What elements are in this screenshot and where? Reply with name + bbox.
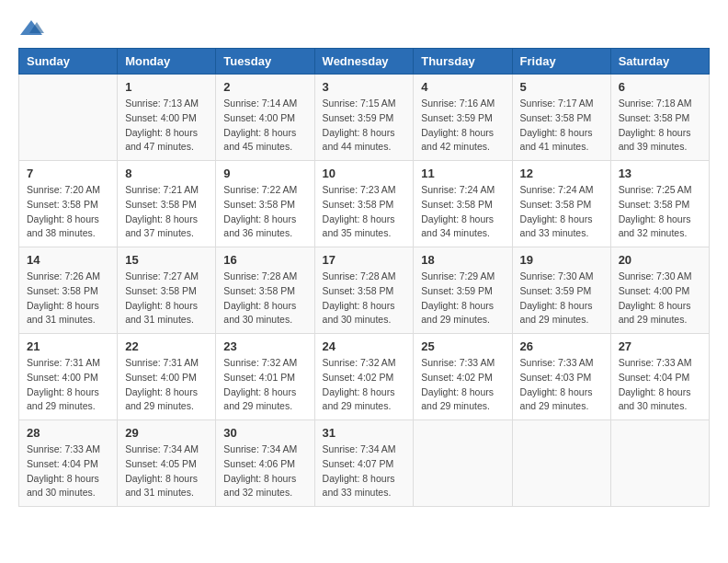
header-row: SundayMondayTuesdayWednesdayThursdayFrid…	[19, 49, 710, 75]
day-cell: 22Sunrise: 7:31 AM Sunset: 4:00 PM Dayli…	[118, 334, 216, 420]
col-header-wednesday: Wednesday	[314, 49, 414, 75]
day-info: Sunrise: 7:15 AM Sunset: 3:59 PM Dayligh…	[323, 97, 406, 155]
day-number: 16	[223, 253, 306, 267]
day-info: Sunrise: 7:16 AM Sunset: 3:59 PM Dayligh…	[421, 97, 504, 155]
page-header	[18, 18, 710, 39]
day-number: 23	[223, 339, 306, 353]
day-info: Sunrise: 7:31 AM Sunset: 4:00 PM Dayligh…	[27, 356, 109, 414]
day-number: 19	[520, 253, 603, 267]
day-number: 25	[421, 339, 504, 353]
week-row-1: 1Sunrise: 7:13 AM Sunset: 4:00 PM Daylig…	[19, 75, 710, 161]
day-cell	[414, 420, 512, 507]
week-row-2: 7Sunrise: 7:20 AM Sunset: 3:58 PM Daylig…	[19, 161, 710, 247]
day-info: Sunrise: 7:20 AM Sunset: 3:58 PM Dayligh…	[27, 183, 109, 241]
day-cell: 28Sunrise: 7:33 AM Sunset: 4:04 PM Dayli…	[19, 420, 118, 507]
day-cell: 26Sunrise: 7:33 AM Sunset: 4:03 PM Dayli…	[512, 334, 610, 420]
day-number: 7	[27, 167, 109, 180]
day-cell: 6Sunrise: 7:18 AM Sunset: 3:58 PM Daylig…	[610, 75, 709, 161]
day-number: 14	[27, 253, 109, 267]
day-number: 6	[619, 80, 701, 94]
day-cell: 19Sunrise: 7:30 AM Sunset: 3:59 PM Dayli…	[512, 247, 610, 334]
day-cell: 27Sunrise: 7:33 AM Sunset: 4:04 PM Dayli…	[610, 334, 709, 420]
day-info: Sunrise: 7:30 AM Sunset: 3:59 PM Dayligh…	[520, 270, 603, 327]
day-info: Sunrise: 7:33 AM Sunset: 4:04 PM Dayligh…	[27, 442, 109, 500]
day-number: 18	[421, 253, 504, 267]
day-info: Sunrise: 7:24 AM Sunset: 3:58 PM Dayligh…	[421, 183, 504, 241]
day-number: 2	[223, 80, 306, 94]
day-info: Sunrise: 7:27 AM Sunset: 3:58 PM Dayligh…	[125, 270, 208, 327]
day-number: 3	[323, 80, 406, 94]
day-info: Sunrise: 7:32 AM Sunset: 4:02 PM Dayligh…	[323, 356, 406, 414]
day-cell: 23Sunrise: 7:32 AM Sunset: 4:01 PM Dayli…	[216, 334, 314, 420]
col-header-thursday: Thursday	[414, 49, 512, 75]
day-info: Sunrise: 7:14 AM Sunset: 4:00 PM Dayligh…	[223, 97, 306, 155]
day-number: 24	[323, 339, 406, 353]
day-info: Sunrise: 7:29 AM Sunset: 3:59 PM Dayligh…	[421, 270, 504, 327]
day-cell: 16Sunrise: 7:28 AM Sunset: 3:58 PM Dayli…	[216, 247, 314, 334]
day-info: Sunrise: 7:24 AM Sunset: 3:58 PM Dayligh…	[520, 183, 603, 241]
day-number: 22	[125, 339, 208, 353]
day-number: 13	[619, 167, 701, 180]
day-cell: 13Sunrise: 7:25 AM Sunset: 3:58 PM Dayli…	[610, 161, 709, 247]
day-cell: 7Sunrise: 7:20 AM Sunset: 3:58 PM Daylig…	[19, 161, 118, 247]
day-info: Sunrise: 7:31 AM Sunset: 4:00 PM Dayligh…	[125, 356, 208, 414]
col-header-friday: Friday	[512, 49, 610, 75]
day-number: 15	[125, 253, 208, 267]
col-header-monday: Monday	[118, 49, 216, 75]
day-info: Sunrise: 7:17 AM Sunset: 3:58 PM Dayligh…	[520, 97, 603, 155]
day-cell: 24Sunrise: 7:32 AM Sunset: 4:02 PM Dayli…	[314, 334, 414, 420]
day-number: 26	[520, 339, 603, 353]
day-number: 11	[421, 167, 504, 180]
day-cell: 4Sunrise: 7:16 AM Sunset: 3:59 PM Daylig…	[414, 75, 512, 161]
calendar-table: SundayMondayTuesdayWednesdayThursdayFrid…	[18, 48, 710, 507]
day-cell: 15Sunrise: 7:27 AM Sunset: 3:58 PM Dayli…	[118, 247, 216, 334]
day-cell: 21Sunrise: 7:31 AM Sunset: 4:00 PM Dayli…	[19, 334, 118, 420]
day-cell: 2Sunrise: 7:14 AM Sunset: 4:00 PM Daylig…	[216, 75, 314, 161]
day-number: 12	[520, 167, 603, 180]
day-info: Sunrise: 7:25 AM Sunset: 3:58 PM Dayligh…	[619, 183, 701, 241]
day-info: Sunrise: 7:34 AM Sunset: 4:05 PM Dayligh…	[125, 442, 208, 500]
day-cell: 5Sunrise: 7:17 AM Sunset: 3:58 PM Daylig…	[512, 75, 610, 161]
week-row-3: 14Sunrise: 7:26 AM Sunset: 3:58 PM Dayli…	[19, 247, 710, 334]
day-cell: 30Sunrise: 7:34 AM Sunset: 4:06 PM Dayli…	[216, 420, 314, 507]
day-number: 27	[619, 339, 701, 353]
day-info: Sunrise: 7:32 AM Sunset: 4:01 PM Dayligh…	[223, 356, 306, 414]
day-cell: 1Sunrise: 7:13 AM Sunset: 4:00 PM Daylig…	[118, 75, 216, 161]
week-row-4: 21Sunrise: 7:31 AM Sunset: 4:00 PM Dayli…	[19, 334, 710, 420]
day-cell: 9Sunrise: 7:22 AM Sunset: 3:58 PM Daylig…	[216, 161, 314, 247]
day-cell: 10Sunrise: 7:23 AM Sunset: 3:58 PM Dayli…	[314, 161, 414, 247]
day-cell	[512, 420, 610, 507]
day-info: Sunrise: 7:33 AM Sunset: 4:04 PM Dayligh…	[619, 356, 701, 414]
day-cell: 17Sunrise: 7:28 AM Sunset: 3:58 PM Dayli…	[314, 247, 414, 334]
day-cell: 14Sunrise: 7:26 AM Sunset: 3:58 PM Dayli…	[19, 247, 118, 334]
day-info: Sunrise: 7:33 AM Sunset: 4:03 PM Dayligh…	[520, 356, 603, 414]
day-cell: 8Sunrise: 7:21 AM Sunset: 3:58 PM Daylig…	[118, 161, 216, 247]
day-cell	[610, 420, 709, 507]
day-info: Sunrise: 7:34 AM Sunset: 4:07 PM Dayligh…	[323, 442, 406, 500]
day-number: 5	[520, 80, 603, 94]
logo-icon	[18, 18, 44, 39]
day-info: Sunrise: 7:33 AM Sunset: 4:02 PM Dayligh…	[421, 356, 504, 414]
logo	[18, 18, 48, 39]
day-info: Sunrise: 7:28 AM Sunset: 3:58 PM Dayligh…	[223, 270, 306, 327]
day-cell: 11Sunrise: 7:24 AM Sunset: 3:58 PM Dayli…	[414, 161, 512, 247]
day-number: 9	[223, 167, 306, 180]
day-cell	[19, 75, 118, 161]
day-number: 28	[27, 426, 109, 440]
day-cell: 25Sunrise: 7:33 AM Sunset: 4:02 PM Dayli…	[414, 334, 512, 420]
day-number: 10	[323, 167, 406, 180]
day-info: Sunrise: 7:28 AM Sunset: 3:58 PM Dayligh…	[323, 270, 406, 327]
day-number: 4	[421, 80, 504, 94]
day-info: Sunrise: 7:23 AM Sunset: 3:58 PM Dayligh…	[323, 183, 406, 241]
day-cell: 29Sunrise: 7:34 AM Sunset: 4:05 PM Dayli…	[118, 420, 216, 507]
day-number: 1	[125, 80, 208, 94]
day-cell: 12Sunrise: 7:24 AM Sunset: 3:58 PM Dayli…	[512, 161, 610, 247]
day-info: Sunrise: 7:18 AM Sunset: 3:58 PM Dayligh…	[619, 97, 701, 155]
col-header-saturday: Saturday	[610, 49, 709, 75]
day-cell: 18Sunrise: 7:29 AM Sunset: 3:59 PM Dayli…	[414, 247, 512, 334]
day-info: Sunrise: 7:30 AM Sunset: 4:00 PM Dayligh…	[619, 270, 701, 327]
day-info: Sunrise: 7:21 AM Sunset: 3:58 PM Dayligh…	[125, 183, 208, 241]
col-header-sunday: Sunday	[19, 49, 118, 75]
day-number: 29	[125, 426, 208, 440]
day-cell: 3Sunrise: 7:15 AM Sunset: 3:59 PM Daylig…	[314, 75, 414, 161]
